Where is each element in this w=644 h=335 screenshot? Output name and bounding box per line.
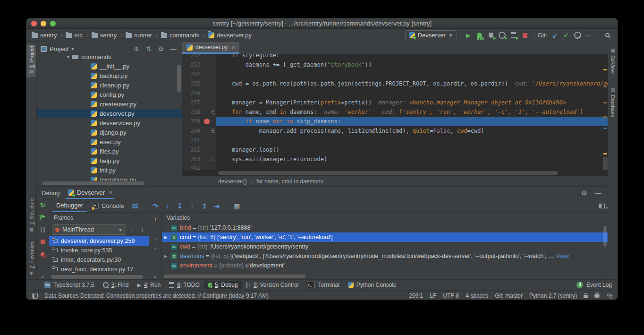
sidebar-tab-project[interactable]: ▤1: Project xyxy=(26,44,36,77)
editor-gutter[interactable]: 260 xyxy=(182,126,216,136)
debug-view-tab[interactable]: Debugger xyxy=(52,199,87,212)
layout-options-button[interactable] xyxy=(129,201,141,211)
concurrency-diagram-button[interactable] xyxy=(508,30,519,41)
force-step-into-button[interactable] xyxy=(186,201,198,211)
sidebar-tab-favorites[interactable]: ★2: Favorites xyxy=(26,240,36,278)
editor-gutter[interactable]: 256 xyxy=(182,88,216,98)
code-text[interactable]: for name, cmd in daemons: name: 'worker'… xyxy=(216,107,608,117)
rollback-button[interactable] xyxy=(583,30,594,41)
tree-file-item[interactable]: createuser.py xyxy=(37,99,182,109)
code-text[interactable]: cwd = os.path.realpath(os.path.join(sett… xyxy=(216,79,608,88)
frames-horizontal-scrollbar[interactable] xyxy=(49,275,149,279)
toolwindow-run[interactable]: 4: Run xyxy=(133,281,164,289)
tree-file-item[interactable]: migrations.py xyxy=(37,175,182,180)
evaluate-expression-button[interactable] xyxy=(231,201,243,211)
project-panel-title[interactable]: Project xyxy=(50,45,68,52)
chevron-down-icon[interactable]: ▾ xyxy=(71,46,74,52)
stop-button[interactable] xyxy=(519,30,531,41)
editor-gutter[interactable]: 263 xyxy=(182,155,216,164)
update-project-button[interactable] xyxy=(549,30,560,41)
variable-row[interactable]: ▶ 01 bind = {str} '127.0.0.1:8888' xyxy=(162,223,608,232)
editor-gutter[interactable]: 258 xyxy=(182,107,216,117)
commit-button[interactable] xyxy=(560,30,572,41)
variable-row[interactable]: ▶ ≣ daemons = {list: 5} [('webpack', ['/… xyxy=(162,251,608,261)
close-icon[interactable]: × xyxy=(108,189,112,196)
toolwindow-terminal[interactable]: Terminal xyxy=(303,281,343,289)
view-value-link[interactable]: View xyxy=(554,253,569,259)
stack-frame-item[interactable]: devserver, devserver.py:259 xyxy=(49,236,149,246)
expand-triangle-icon[interactable]: ▶ xyxy=(164,254,171,258)
stack-frame-item[interactable]: invoke, core.py:535 xyxy=(49,246,149,255)
editor-gutter[interactable]: 254 xyxy=(182,69,216,79)
more-actions-button[interactable]: » xyxy=(41,274,44,279)
project-horizontal-scrollbar[interactable] xyxy=(37,180,182,186)
run-configuration-selector[interactable]: Devserver ▼ xyxy=(405,30,457,40)
editor-horizontal-scrollbar[interactable] xyxy=(182,170,608,176)
hide-panel-button[interactable] xyxy=(593,189,603,197)
tree-file-item[interactable]: django.py xyxy=(37,128,182,137)
variable-row[interactable]: ▶ 01 cwd = {str} '/Users/ryanskonnord/ge… xyxy=(162,242,608,251)
zoom-window-button[interactable] xyxy=(50,21,56,26)
toolwindow-find[interactable]: 3: Find xyxy=(99,281,133,289)
expand-caret-icon[interactable]: ▾ xyxy=(67,55,69,60)
pause-button[interactable] xyxy=(37,225,49,234)
rerun-button[interactable] xyxy=(37,201,49,209)
editor-vertical-scrollbar[interactable] xyxy=(603,157,608,170)
code-text[interactable]: manager.add_process(name, list2cmdline(c… xyxy=(216,126,608,136)
lock-icon[interactable] xyxy=(584,295,588,298)
error-stripe-mark[interactable] xyxy=(603,69,607,70)
breadcrumb-item[interactable]: sentry › xyxy=(91,32,125,39)
profiler-button[interactable] xyxy=(497,30,508,41)
editor-gutter[interactable]: 255 xyxy=(182,79,216,88)
code-text[interactable]: manager = Manager(Printer(prefix=prefix)… xyxy=(216,98,608,107)
tree-file-item[interactable]: devserver.py xyxy=(37,109,182,118)
tree-file-item[interactable]: backup.py xyxy=(37,71,182,80)
code-area[interactable]: 252 if styleguide: 253 xyxy=(182,54,608,170)
close-icon[interactable]: × xyxy=(230,44,235,51)
fold-marker-icon[interactable] xyxy=(211,129,215,133)
project-vertical-scrollbar[interactable] xyxy=(177,65,181,92)
editor-tab-devserver[interactable]: devserver.py × xyxy=(182,42,239,54)
status-widget[interactable]: Python 2.7 (sentry) xyxy=(529,292,577,299)
code-text[interactable] xyxy=(216,88,608,98)
editor-gutter[interactable]: 264 xyxy=(182,164,216,170)
more-actions-button[interactable]: » xyxy=(153,274,157,279)
breakpoint-icon[interactable] xyxy=(204,119,210,124)
history-button[interactable] xyxy=(572,30,583,41)
move-down-button[interactable]: ▼ xyxy=(153,246,158,252)
debug-session-tab[interactable]: Devserver × xyxy=(66,187,114,199)
breadcrumb-item[interactable]: devserver.py › xyxy=(208,32,252,39)
status-widget[interactable]: Git: master xyxy=(495,292,523,299)
editor-gutter[interactable]: 252 xyxy=(182,54,216,60)
debug-button[interactable] xyxy=(474,30,485,41)
status-widget[interactable]: 259:1 xyxy=(409,292,423,299)
tree-folder-commands[interactable]: ▾ commands xyxy=(37,55,182,61)
toolwindow-typescript[interactable]: TypeScript 3.7.5 xyxy=(41,281,98,289)
hector-inspection-icon[interactable] xyxy=(594,293,600,298)
remove-watch-button[interactable]: − xyxy=(153,226,157,232)
status-widget[interactable]: LF xyxy=(430,292,436,299)
code-text[interactable]: if name not in skip_daemons: xyxy=(216,117,608,126)
step-over-button[interactable] xyxy=(150,201,161,211)
event-log-button[interactable]: 3 Event Log xyxy=(576,282,612,288)
close-window-button[interactable] xyxy=(31,21,37,26)
tree-file-item[interactable]: help.py xyxy=(37,156,182,165)
variables-horizontal-scrollbar[interactable] xyxy=(162,274,608,279)
search-everywhere-button[interactable] xyxy=(602,30,613,41)
tree-file-item[interactable]: devservices.py xyxy=(37,118,182,128)
toolwindow-debug[interactable]: 5: Debug xyxy=(204,281,242,289)
sidebar-tab-database[interactable]: ▥Database xyxy=(608,86,618,119)
status-widget[interactable]: UTF-8 xyxy=(443,292,459,299)
code-text[interactable] xyxy=(216,164,608,170)
previous-frame-button[interactable]: ↑ xyxy=(128,226,136,233)
tree-file-item[interactable]: __init__.py xyxy=(37,61,182,71)
variable-row[interactable]: ▶ ≣ cmd = {list: 6} ['sentry', 'run', 'w… xyxy=(162,232,608,242)
breadcrumb-statement[interactable]: for name, cmd in daemons xyxy=(256,178,323,185)
next-frame-button[interactable]: ↓ xyxy=(138,226,146,233)
fold-marker-icon[interactable] xyxy=(211,110,215,114)
expand-triangle-icon[interactable]: ▶ xyxy=(164,235,171,240)
step-into-button[interactable] xyxy=(162,201,173,211)
tree-file-item[interactable]: init.py xyxy=(37,165,182,175)
sidebar-tab-structure[interactable]: ▦7: Structure xyxy=(26,196,36,234)
tree-file-item[interactable]: files.py xyxy=(37,146,182,156)
